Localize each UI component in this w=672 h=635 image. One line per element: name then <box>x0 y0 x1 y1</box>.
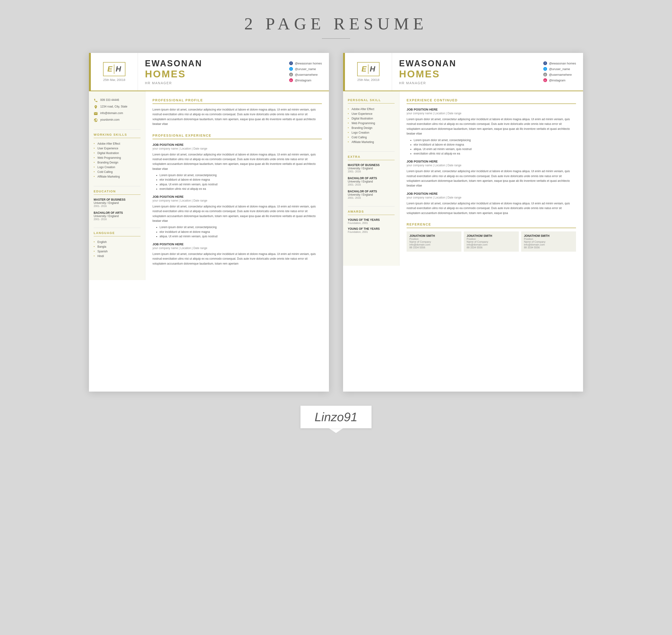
logo-section: E H 25th Mar, 20018 <box>91 53 138 91</box>
right-column-1: PROFESSIONAL PROFILE Lorem ipsum dolor s… <box>145 91 329 280</box>
logo-e: E <box>107 65 112 73</box>
extra-item-3: BACHALOR OF ARTS University / England 20… <box>348 190 395 199</box>
skill-item: User Experience <box>93 146 141 151</box>
ps-item: User Experience <box>348 111 395 116</box>
job-c3: JOB POSITION HERE your company name | Lo… <box>406 192 576 215</box>
ref-email-1: info@domain.com <box>410 243 459 246</box>
job-1-position: JOB POSITION HERE <box>152 143 322 147</box>
bullet: Lorem ipsum dolor sit amet, consectetpis… <box>160 225 322 229</box>
header-contact-2: f @ewasonan homes t @uruser_name @ @user… <box>536 53 583 91</box>
bullet: Lorem ipsum dolor sit amet, consectetpis… <box>160 173 322 178</box>
bullet: exercitation ullnis nisi ut aliquip ex e… <box>414 151 576 156</box>
ref-phone-3: 88 3334 5556 <box>524 246 573 249</box>
job-2-position: JOB POSITION HERE <box>152 195 322 198</box>
contact-em: @ @usernamehere <box>289 73 322 76</box>
profile-title: PROFESSIONAL PROFILE <box>152 98 322 104</box>
extra-year-3: 2001- 2016 <box>348 196 395 199</box>
extra-year-2: 2001- 2016 <box>348 183 395 186</box>
ps-item: Digital Illustration <box>348 116 395 121</box>
edu-degree-2: BACHALOR OF ARTS <box>93 211 141 215</box>
ps-item: Logo Creation <box>348 130 395 135</box>
extra-item-1: MASTER OF BUSINESS University / England … <box>348 163 395 173</box>
extra-section: EXTRA MASTER OF BUSINESS University / En… <box>348 155 395 199</box>
working-skills-list: Adobe After Effect User Experience Digit… <box>93 141 141 179</box>
skill-item: Digital Illustration <box>93 151 141 155</box>
header-contact: f @ewasonan homes t @uruser_name @ @user… <box>282 53 329 91</box>
working-skills-title: WORKING SKILLS <box>93 133 141 138</box>
address-icon <box>93 105 98 109</box>
extra-year-1: 2001- 2016 <box>348 170 395 173</box>
name-last: HOMES <box>145 68 275 80</box>
title-divider <box>322 38 350 39</box>
extra-degree-3: BACHALOR OF ARTS <box>348 190 395 193</box>
edu-year-2: 2001- 2016 <box>93 218 141 221</box>
job-2: JOB POSITION HERE your company name | Lo… <box>152 195 322 239</box>
award-sub-2: Foundation, 2001 <box>348 231 395 233</box>
contact-tw: t @uruser_name <box>289 67 322 71</box>
extra-university-2: University / England <box>348 180 395 183</box>
phone-item: 009 333 44446 <box>93 98 141 103</box>
instagram-icon: ◎ <box>289 78 293 82</box>
ps-item: Branding Design <box>348 126 395 130</box>
ref-pos-3: Position <box>524 238 573 240</box>
skill-item: Adobe After Effect <box>93 141 141 146</box>
language-section: LANGUAGE English Bangla Spanish Hindi <box>93 231 141 259</box>
resume-page-2: E H 25th Mar, 20018 EWASONAN HOMES HR MA… <box>343 53 583 392</box>
name-section: EWASONAN HOMES HR MANAGER <box>138 53 282 91</box>
ref-company-3: Name of Company <box>524 240 573 243</box>
page-title: 2 PAGE RESUME <box>244 14 427 34</box>
bullet: aliqua. Ut enim ad minim veniam, quis no… <box>160 234 322 239</box>
lang-item: Bangla <box>93 244 141 249</box>
logo-date-2: 25th Mar, 20018 <box>357 78 380 82</box>
job-1-bullets: Lorem ipsum dolor sit amet, consectetpis… <box>152 173 322 191</box>
profile-text: Lorem ipsum dolor sit amet, consectetur … <box>152 107 322 127</box>
bullet: Lorem ipsum dolor sit amet, consectetpis… <box>414 138 576 143</box>
phone-text: 009 333 44446 <box>100 98 119 102</box>
experience-title: PROFESSIONAL EXPERIENCE <box>152 134 322 139</box>
logo-e-2: E <box>361 65 366 73</box>
facebook-icon: f <box>289 61 293 65</box>
ref-card-1: JONATHOM SMITH Position Name of Company … <box>406 232 461 251</box>
experience-section: PROFESSIONAL EXPERIENCE JOB POSITION HER… <box>152 134 322 266</box>
job-3-company: your company name | Location | Date rang… <box>152 246 322 250</box>
bullet: aliqua. Ut enim ad minim veniam, quis no… <box>160 182 322 187</box>
email-item: info@domain.com <box>93 111 141 116</box>
contact-ig-text-2: @instagram <box>549 79 565 82</box>
job-title: HR MANAGER <box>145 81 275 85</box>
watermark-box: Linzo91 <box>300 406 372 428</box>
ref-name-2: JONATHOM SMITH <box>467 234 516 238</box>
contact-fb: f @ewasonan homes <box>289 61 322 65</box>
name-last-2: HOMES <box>399 68 529 80</box>
twitter-icon-2: t <box>543 67 547 71</box>
bullet: elor incididunt ut labore et dolore magn… <box>414 143 576 147</box>
lang-item: English <box>93 240 141 244</box>
exp-continued-section: EXPERIENCE Continued JOB POSITION HERE y… <box>406 98 576 215</box>
job-c1-desc: Lorem ipsum dolor sit amet, consectetur … <box>406 117 576 136</box>
contact-ig: ◎ @instagram <box>289 78 322 82</box>
ps-item: Web Programming <box>348 121 395 126</box>
bullet: elor incididunt ut labore et dolore magn… <box>160 230 322 234</box>
email-social-icon: @ <box>289 73 293 76</box>
award-title-1: YOUNG OF THE YEARS <box>348 218 395 222</box>
lang-item: Spanish <box>93 249 141 254</box>
edu-university-1: University / England <box>93 201 141 204</box>
accent-bar-2 <box>343 53 345 91</box>
award-title-2: YOUNG OF THE YEARS <box>348 227 395 231</box>
facebook-icon-2: f <box>543 61 547 65</box>
skill-item: Cold Calling <box>93 170 141 174</box>
watermark-section: Linzo91 <box>300 406 372 440</box>
contact-em-text: @usernamehere <box>295 73 318 76</box>
job-c1-company: your company name | Location | Date rang… <box>406 112 576 115</box>
ref-card-3: JONATHOM SMITH Position Name of Company … <box>521 232 576 251</box>
skill-item: Web Programming <box>93 155 141 160</box>
job-1: JOB POSITION HERE your company name | Lo… <box>152 143 322 191</box>
edu-item-1: MASTER OF BUSINESS University / England … <box>93 198 141 207</box>
name-first: EWASONAN <box>145 59 275 68</box>
bullet: aliqua. Ut enim ad minim veniam, quis no… <box>414 147 576 151</box>
extra-university-3: University / England <box>348 193 395 196</box>
job-3-desc: Lorem ipsum dolor sit amet, consectetur … <box>152 251 322 266</box>
contact-em-2: @ @usernamehere <box>543 73 576 76</box>
ps-item: Adobe After Effect <box>348 107 395 111</box>
email-text: info@domain.com <box>100 111 123 115</box>
personal-skill-section: PERSONAL SKILL Adobe After Effect User E… <box>348 98 395 145</box>
